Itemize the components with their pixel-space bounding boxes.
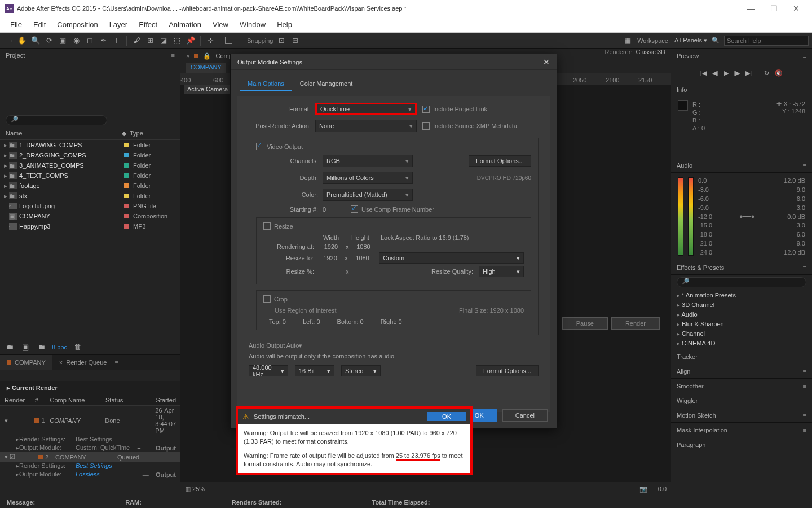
roto-tool-icon[interactable]: ⬚ bbox=[172, 36, 182, 46]
eraser-tool-icon[interactable]: ◪ bbox=[158, 36, 169, 46]
name-column[interactable]: Name bbox=[6, 130, 122, 137]
interpret-icon[interactable]: 🖿 bbox=[5, 342, 15, 352]
brush-tool-icon[interactable]: 🖌 bbox=[131, 36, 142, 46]
play-icon[interactable]: ▶ bbox=[724, 69, 729, 77]
close-comp-icon[interactable]: × bbox=[186, 52, 189, 59]
effect-category[interactable]: Channel bbox=[671, 329, 812, 339]
menu-layer[interactable]: Layer bbox=[104, 20, 134, 29]
maximize-button[interactable]: ☐ bbox=[762, 0, 785, 17]
effect-category[interactable]: Blur & Sharpen bbox=[671, 319, 812, 329]
first-frame-icon[interactable]: |◀ bbox=[700, 69, 707, 77]
color-dropdown[interactable]: Premultiplied (Matted)▾ bbox=[323, 189, 413, 201]
effect-category[interactable]: 3D Channel bbox=[671, 300, 812, 310]
last-frame-icon[interactable]: ▶| bbox=[745, 69, 752, 77]
menu-help[interactable]: Help bbox=[271, 20, 298, 29]
selection-tool-icon[interactable]: ▭ bbox=[3, 36, 14, 46]
type-column[interactable]: Type bbox=[130, 130, 175, 137]
project-item[interactable]: ▸🖿3_ANIMATED_COMPSFolder bbox=[0, 160, 180, 170]
render-queue-item[interactable]: ▾ ☑2COMPANYQueued- bbox=[0, 452, 180, 462]
lock-icon[interactable]: 🔒 bbox=[203, 52, 211, 60]
snapping-checkbox[interactable] bbox=[225, 37, 232, 44]
resize-width-input[interactable]: 1920 bbox=[319, 255, 341, 261]
audio-bit-dropdown[interactable]: 16 Bit▾ bbox=[295, 365, 334, 376]
starting-number-input[interactable]: 0 bbox=[323, 206, 345, 213]
loop-icon[interactable]: ↻ bbox=[764, 69, 769, 77]
project-item[interactable]: ▸🖿1_DRAWING_COMPSFolder bbox=[0, 140, 180, 150]
comp-breadcrumb[interactable]: COMPANY bbox=[186, 63, 226, 73]
next-frame-icon[interactable]: |▶ bbox=[734, 69, 740, 77]
resize-preset-dropdown[interactable]: Custom▾ bbox=[379, 252, 524, 264]
active-camera-label[interactable]: Active Camera bbox=[184, 85, 231, 94]
mute-icon[interactable]: 🔇 bbox=[775, 69, 783, 77]
include-xmp-checkbox[interactable] bbox=[422, 122, 430, 130]
warning-ok-button[interactable]: OK bbox=[427, 412, 466, 421]
zoom-tool-icon[interactable]: 🔍 bbox=[30, 36, 41, 46]
info-panel-tab[interactable]: Info bbox=[677, 86, 687, 93]
audio-format-options-button[interactable]: Format Options... bbox=[476, 365, 539, 376]
resize-checkbox[interactable] bbox=[263, 222, 271, 230]
grid-icon[interactable]: ▦ bbox=[623, 36, 633, 46]
effect-category[interactable]: CINEMA 4D bbox=[671, 339, 812, 348]
hand-tool-icon[interactable]: ✋ bbox=[17, 36, 27, 46]
audio-output-dropdown[interactable]: Audio Output Auto▾ bbox=[249, 342, 322, 349]
panel-align[interactable]: Align≡ bbox=[671, 364, 812, 379]
format-dropdown[interactable]: QuickTime▾ bbox=[315, 103, 417, 115]
project-item[interactable]: ▸🖿2_DRAGGING_COMPSFolder bbox=[0, 150, 180, 160]
depth-dropdown[interactable]: Millions of Colors▾ bbox=[323, 172, 413, 184]
close-window-button[interactable]: ✕ bbox=[785, 0, 807, 17]
video-output-checkbox[interactable] bbox=[256, 143, 263, 150]
pan-behind-tool-icon[interactable]: ◉ bbox=[71, 36, 81, 46]
dialog-cancel-button[interactable]: Cancel bbox=[502, 409, 548, 422]
effect-category[interactable]: Audio bbox=[671, 310, 812, 319]
stamp-tool-icon[interactable]: ⊞ bbox=[145, 36, 155, 46]
effects-panel-tab[interactable]: Effects & Presets bbox=[677, 264, 724, 271]
magnification-dropdown[interactable]: ▥ 25% bbox=[185, 485, 205, 493]
prev-frame-icon[interactable]: ◀| bbox=[712, 69, 718, 77]
minimize-button[interactable]: — bbox=[740, 0, 762, 17]
use-comp-frame-checkbox[interactable] bbox=[351, 205, 358, 213]
snap-opts2-icon[interactable]: ⊞ bbox=[290, 36, 301, 46]
audio-channel-dropdown[interactable]: Stereo▾ bbox=[341, 365, 381, 376]
menu-file[interactable]: File bbox=[5, 20, 28, 29]
audio-panel-tab[interactable]: Audio bbox=[677, 162, 692, 169]
trash-icon[interactable]: 🗑 bbox=[73, 342, 83, 352]
panel-wiggler[interactable]: Wiggler≡ bbox=[671, 393, 812, 408]
tab-color-management[interactable]: Color Management bbox=[292, 77, 361, 91]
project-item[interactable]: ▫Happy.mp3MP3 bbox=[0, 221, 180, 231]
dialog-close-button[interactable]: ✕ bbox=[543, 58, 550, 67]
resize-height-input[interactable]: 1080 bbox=[351, 255, 373, 261]
rotate-tool-icon[interactable]: ⟳ bbox=[44, 36, 54, 46]
project-item[interactable]: ▸🖿footageFolder bbox=[0, 181, 180, 191]
camera-icon[interactable]: 📷 bbox=[639, 485, 647, 493]
label-column-icon[interactable]: ◆ bbox=[122, 130, 126, 137]
project-item[interactable]: ▸🖿4_TEXT_COMPSFolder bbox=[0, 170, 180, 181]
panel-tracker[interactable]: Tracker≡ bbox=[671, 349, 812, 364]
menu-bar[interactable]: FileEditCompositionLayerEffectAnimationV… bbox=[0, 17, 812, 33]
bpc-toggle[interactable]: 8 bpc bbox=[52, 344, 67, 351]
tab-main-options[interactable]: Main Options bbox=[240, 77, 292, 91]
panel-paragraph[interactable]: Paragraph≡ bbox=[671, 437, 812, 452]
post-render-action-dropdown[interactable]: None▾ bbox=[315, 120, 417, 132]
panel-mask-interpolation[interactable]: Mask Interpolation≡ bbox=[671, 423, 812, 437]
include-project-link-checkbox[interactable] bbox=[422, 106, 430, 113]
shape-tool-icon[interactable]: ◻ bbox=[85, 36, 95, 46]
pause-button[interactable]: Pause bbox=[562, 317, 608, 330]
menu-effect[interactable]: Effect bbox=[133, 20, 163, 29]
menu-edit[interactable]: Edit bbox=[28, 20, 51, 29]
effect-category[interactable]: * Animation Presets bbox=[671, 291, 812, 300]
timeline-tab-renderqueue[interactable]: ×Render Queue≡ bbox=[52, 355, 125, 370]
project-item[interactable]: ▣COMPANYComposition bbox=[0, 211, 180, 221]
video-format-options-button[interactable]: Format Options... bbox=[469, 155, 531, 167]
snap-opts-icon[interactable]: ⊡ bbox=[277, 36, 287, 46]
render-queue-item[interactable]: ▾ 1COMPANYDone26-Apr-18, 3:44:07 PM bbox=[0, 406, 180, 435]
puppet-tool-icon[interactable]: 📌 bbox=[186, 36, 196, 46]
local-axis-icon[interactable]: ⊹ bbox=[205, 36, 215, 46]
panel-motion-sketch[interactable]: Motion Sketch≡ bbox=[671, 408, 812, 423]
new-folder-icon[interactable]: 🖿 bbox=[36, 342, 46, 352]
effects-search-input[interactable]: 🔎 bbox=[677, 277, 806, 287]
menu-view[interactable]: View bbox=[207, 20, 234, 29]
renderer-label[interactable]: Renderer:Classic 3D bbox=[605, 49, 666, 55]
menu-window[interactable]: Window bbox=[234, 20, 271, 29]
crop-checkbox[interactable] bbox=[263, 295, 271, 303]
project-item[interactable]: ▸🖿sfxFolder bbox=[0, 191, 180, 201]
